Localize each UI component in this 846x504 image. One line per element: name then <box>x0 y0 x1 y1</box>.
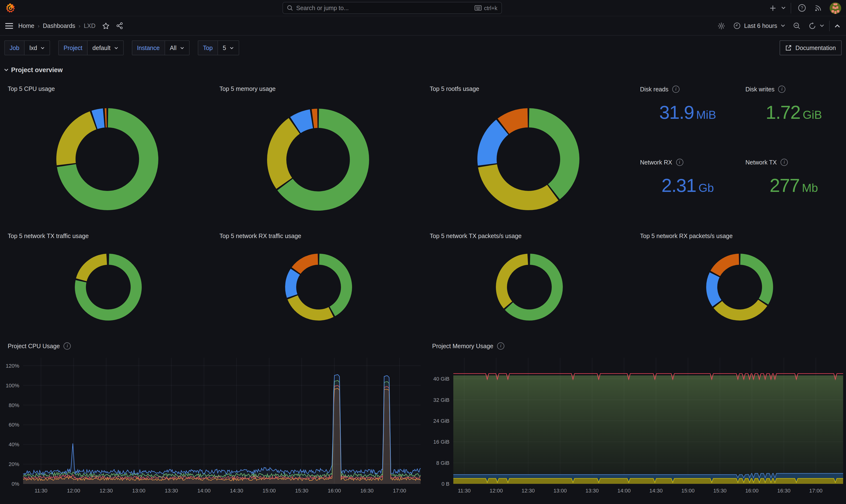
search-input[interactable]: Search or jump to... ctrl+k <box>282 2 502 14</box>
svg-text:15:00: 15:00 <box>263 488 276 494</box>
dashboard-settings-gear-icon[interactable] <box>715 22 728 30</box>
memory-usage-chart[interactable]: 0 B8 GiB16 GiB24 GiB32 GiB40 GiB11:3012:… <box>428 340 846 498</box>
svg-text:16:30: 16:30 <box>360 488 373 494</box>
panel-top5-memory[interactable]: Top 5 memory usage <box>216 83 423 226</box>
panel-net-tx-traffic[interactable]: Top 5 network TX traffic usage <box>4 230 211 335</box>
panel-net-tx-packets[interactable]: Top 5 network TX packets/s usage <box>426 230 633 335</box>
favorite-star-icon[interactable] <box>102 22 110 30</box>
stat-value: 31.9MiB <box>636 102 739 123</box>
menu-icon[interactable] <box>0 23 18 29</box>
svg-text:120%: 120% <box>6 363 19 369</box>
panel-title[interactable]: Network RXi <box>640 159 683 166</box>
news-icon[interactable] <box>811 4 825 12</box>
svg-text:40 GiB: 40 GiB <box>433 376 450 382</box>
svg-text:60%: 60% <box>8 422 19 428</box>
svg-text:0 B: 0 B <box>442 481 450 487</box>
panel-title[interactable]: Top 5 rootfs usage <box>430 86 479 92</box>
panel-net-rx-traffic[interactable]: Top 5 network RX traffic usage <box>216 230 423 335</box>
panel-project-memory-usage[interactable]: Project Memory Usagei 0 B8 GiB16 GiB24 G… <box>428 340 846 502</box>
info-icon[interactable]: i <box>780 159 788 166</box>
panel-title[interactable]: Top 5 network TX traffic usage <box>8 233 89 239</box>
section-project-overview[interactable]: Project overview <box>4 66 63 74</box>
svg-text:12:30: 12:30 <box>522 488 535 494</box>
search-shortcut: ctrl+k <box>484 5 497 11</box>
chevron-down-icon <box>114 47 118 49</box>
donut-chart-cpu[interactable] <box>55 107 159 211</box>
donut-chart-net-tx-traffic[interactable] <box>74 252 143 322</box>
help-icon[interactable]: ? <box>796 4 808 12</box>
external-link-icon <box>786 45 792 51</box>
refresh-icon[interactable] <box>809 22 816 30</box>
breadcrumb-separator: › <box>79 23 81 29</box>
svg-text:13:00: 13:00 <box>553 488 567 494</box>
donut-chart-rootfs[interactable] <box>476 107 580 211</box>
svg-text:11:30: 11:30 <box>458 488 471 494</box>
filter-instance-select[interactable]: All <box>164 40 190 55</box>
filter-job-label[interactable]: Job <box>4 40 24 55</box>
svg-text:14:30: 14:30 <box>230 488 243 494</box>
filter-job: Job lxd <box>4 40 50 55</box>
stat-value: 1.72GiB <box>742 102 846 123</box>
panel-title[interactable]: Top 5 memory usage <box>219 86 276 92</box>
panel-title[interactable]: Top 5 network RX traffic usage <box>219 233 301 239</box>
search-icon <box>286 5 293 11</box>
filter-top-select[interactable]: 5 <box>217 40 239 55</box>
svg-text:14:00: 14:00 <box>197 488 211 494</box>
svg-text:13:00: 13:00 <box>132 488 145 494</box>
svg-text:17:00: 17:00 <box>393 488 406 494</box>
panel-top5-cpu[interactable]: Top 5 CPU usage <box>4 83 211 226</box>
info-icon[interactable]: i <box>672 86 680 93</box>
cpu-usage-chart[interactable]: 0%20%40%60%80%100%120%11:3012:0012:3013:… <box>4 340 423 498</box>
share-icon[interactable] <box>116 22 123 29</box>
svg-text:14:00: 14:00 <box>617 488 631 494</box>
breadcrumb-dashboards[interactable]: Dashboards <box>43 22 75 29</box>
info-icon[interactable]: i <box>676 159 683 166</box>
topbar-divider <box>791 3 791 13</box>
zoom-out-icon[interactable] <box>793 22 801 30</box>
panel-title[interactable]: Disk writesi <box>745 86 786 93</box>
panel-project-cpu-usage[interactable]: Project CPU Usagei 0%20%40%60%80%100%120… <box>4 340 423 502</box>
svg-text:24 GiB: 24 GiB <box>433 418 450 424</box>
avatar[interactable] <box>830 2 841 14</box>
documentation-label: Documentation <box>795 44 836 51</box>
filter-project: Project default <box>58 40 123 55</box>
info-icon[interactable]: i <box>778 86 786 93</box>
keyboard-icon <box>474 5 481 11</box>
donut-chart-memory[interactable] <box>266 108 370 212</box>
panel-disk-writes[interactable]: Disk writesi 1.72GiB <box>742 83 846 153</box>
collapse-up-icon[interactable] <box>834 24 840 28</box>
donut-chart-net-rx-traffic[interactable] <box>284 252 353 322</box>
panel-title[interactable]: Top 5 network TX packets/s usage <box>430 233 522 239</box>
add-chevron-down-icon[interactable] <box>781 6 786 10</box>
filter-instance-label[interactable]: Instance <box>131 40 165 55</box>
clock-icon <box>734 22 741 29</box>
section-chevron-down-icon <box>4 68 8 72</box>
panel-title[interactable]: Network TXi <box>745 159 788 166</box>
panel-network-tx[interactable]: Network TXi 277Mb <box>742 156 846 226</box>
panel-top5-rootfs[interactable]: Top 5 rootfs usage <box>426 83 633 226</box>
svg-text:15:00: 15:00 <box>682 488 695 494</box>
filter-project-label[interactable]: Project <box>58 40 88 55</box>
donut-chart-net-tx-packets[interactable] <box>495 252 564 322</box>
svg-text:15:30: 15:30 <box>713 488 727 494</box>
time-range-picker[interactable]: Last 6 hours <box>744 22 777 29</box>
panel-net-rx-packets[interactable]: Top 5 network RX packets/s usage <box>636 230 846 335</box>
panel-title[interactable]: Top 5 network RX packets/s usage <box>640 233 733 239</box>
refresh-interval-chevron-down-icon[interactable] <box>819 24 824 28</box>
svg-text:8 GiB: 8 GiB <box>436 460 450 466</box>
time-range-chevron-down-icon[interactable] <box>780 24 786 28</box>
donut-chart-net-rx-packets[interactable] <box>705 252 774 322</box>
panel-title[interactable]: Top 5 CPU usage <box>8 86 55 92</box>
svg-text:12:00: 12:00 <box>490 488 503 494</box>
filter-top-label[interactable]: Top <box>198 40 218 55</box>
filter-job-select[interactable]: lxd <box>24 40 50 55</box>
filter-project-select[interactable]: default <box>87 40 123 55</box>
grafana-logo[interactable] <box>5 2 16 14</box>
add-icon[interactable] <box>768 4 778 11</box>
panel-network-rx[interactable]: Network RXi 2.31Gb <box>636 156 739 226</box>
svg-text:32 GiB: 32 GiB <box>433 397 450 403</box>
panel-title[interactable]: Disk readsi <box>640 86 680 93</box>
breadcrumb-home[interactable]: Home <box>18 22 34 29</box>
documentation-button[interactable]: Documentation <box>780 40 842 55</box>
panel-disk-reads[interactable]: Disk readsi 31.9MiB <box>636 83 739 153</box>
